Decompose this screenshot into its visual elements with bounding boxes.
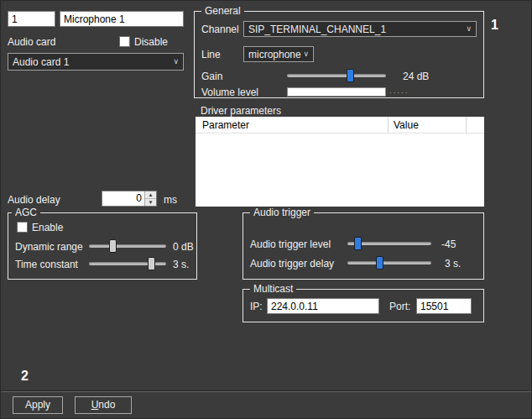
volume-level-meter xyxy=(287,87,386,97)
agc-enable-label: Enable xyxy=(32,222,63,233)
audio-delay-label: Audio delay xyxy=(8,194,60,206)
volume-level-label: Volume level xyxy=(201,86,258,98)
general-group-title: General xyxy=(201,5,244,17)
multicast-group-title: Multicast xyxy=(250,283,296,295)
dynamic-range-slider-track[interactable] xyxy=(89,244,166,248)
audio-trigger-group: Audio trigger Audio trigger level -45 Au… xyxy=(243,212,484,280)
multicast-ip-field[interactable] xyxy=(267,298,379,314)
spin-up-icon[interactable]: ▲ xyxy=(145,191,156,199)
time-constant-slider-handle[interactable] xyxy=(148,257,155,270)
dynamic-range-slider[interactable] xyxy=(89,239,166,253)
multicast-ip-label: IP: xyxy=(250,301,263,312)
audio-trigger-delay-unit: s. xyxy=(453,258,461,270)
audio-trigger-delay-slider[interactable] xyxy=(347,256,431,270)
audio-card-dropdown[interactable]: Audio card 1 ∨ xyxy=(8,53,184,71)
multicast-port-label: Port: xyxy=(389,301,410,312)
undo-button-label: ndo xyxy=(98,399,115,411)
undo-button-mnemonic: U xyxy=(91,399,99,411)
audio-trigger-level-value: -45 xyxy=(441,238,456,250)
line-label: Line xyxy=(201,49,221,60)
channel-dropdown[interactable]: SIP_TERMINAL_CHANNEL_1 ∨ xyxy=(243,21,477,37)
gain-slider-track[interactable] xyxy=(287,74,386,77)
dynamic-range-slider-handle[interactable] xyxy=(109,239,117,253)
apply-button[interactable]: Apply xyxy=(13,396,63,414)
column-header-parameter[interactable]: Parameter xyxy=(202,119,249,131)
time-constant-value: 3 xyxy=(173,259,179,270)
audio-delay-spinner[interactable]: 0 ▲ ▼ xyxy=(102,191,157,207)
line-dropdown-value: microphone xyxy=(248,49,301,60)
time-constant-label: Time constant xyxy=(15,259,78,270)
column-header-value[interactable]: Value xyxy=(394,119,419,131)
column-divider[interactable] xyxy=(388,117,389,134)
dynamic-range-unit: dB xyxy=(181,241,194,253)
audio-trigger-group-title: Audio trigger xyxy=(250,207,314,218)
dynamic-range-value: 0 xyxy=(173,241,179,253)
audio-trigger-level-slider-handle[interactable] xyxy=(354,237,362,250)
channel-id-field[interactable] xyxy=(8,11,55,27)
audio-trigger-level-label: Audio trigger level xyxy=(250,238,331,250)
disable-label: Disable xyxy=(134,36,168,48)
agc-group-title: AGC xyxy=(12,207,40,218)
audio-trigger-level-slider[interactable] xyxy=(347,237,431,250)
line-dropdown[interactable]: microphone ∨ xyxy=(243,46,314,62)
multicast-group: Multicast IP: Port: xyxy=(243,289,484,322)
gain-value: 24 dB xyxy=(403,71,429,82)
time-constant-slider[interactable] xyxy=(89,257,166,270)
audio-delay-value: 0 xyxy=(102,192,143,204)
gain-slider[interactable] xyxy=(287,69,386,82)
column-divider[interactable] xyxy=(466,117,467,134)
audio-delay-unit: ms xyxy=(164,194,177,206)
annotation-marker-2: 2 xyxy=(21,369,29,384)
channel-dropdown-value: SIP_TERMINAL_CHANNEL_1 xyxy=(248,24,386,35)
footer-divider-highlight xyxy=(1,391,532,392)
gain-label: Gain xyxy=(201,71,222,82)
channel-label: Channel xyxy=(201,24,239,35)
audio-card-dropdown-value: Audio card 1 xyxy=(13,56,69,68)
audio-card-label: Audio card xyxy=(8,36,55,48)
driver-parameters-table: Parameter Value xyxy=(196,117,484,207)
annotation-marker-1: 1 xyxy=(491,18,498,33)
spin-down-icon[interactable]: ▼ xyxy=(145,199,156,206)
undo-button[interactable]: Undo xyxy=(75,396,132,414)
audio-trigger-delay-slider-handle[interactable] xyxy=(376,256,383,270)
driver-parameters-header: Parameter Value xyxy=(196,117,484,134)
volume-scale-ticks: ····· xyxy=(389,89,409,97)
driver-parameters-label: Driver parameters xyxy=(201,105,281,117)
audio-trigger-delay-label: Audio trigger delay xyxy=(250,258,334,270)
audio-trigger-delay-value: 3 xyxy=(445,258,451,270)
audio-settings-panel: Audio card Disable Audio card 1 ∨ Genera… xyxy=(0,0,532,419)
agc-group: AGC Enable Dynamic range 0 dB Time const… xyxy=(8,212,197,280)
apply-button-label: Apply xyxy=(13,397,62,413)
multicast-port-field[interactable] xyxy=(416,298,472,314)
time-constant-unit: s. xyxy=(181,259,189,270)
audio-trigger-delay-slider-track[interactable] xyxy=(347,261,431,264)
agc-enable-checkbox[interactable] xyxy=(17,222,28,233)
chevron-down-icon: ∨ xyxy=(173,58,179,65)
chevron-down-icon: ∨ xyxy=(466,25,472,33)
dynamic-range-label: Dynamic range xyxy=(15,241,83,253)
chevron-down-icon: ∨ xyxy=(303,50,309,58)
disable-checkbox[interactable] xyxy=(119,36,130,47)
general-group: General Channel SIP_TERMINAL_CHANNEL_1 ∨… xyxy=(194,11,484,98)
microphone-name-field[interactable] xyxy=(60,11,184,27)
gain-slider-handle[interactable] xyxy=(347,69,354,82)
